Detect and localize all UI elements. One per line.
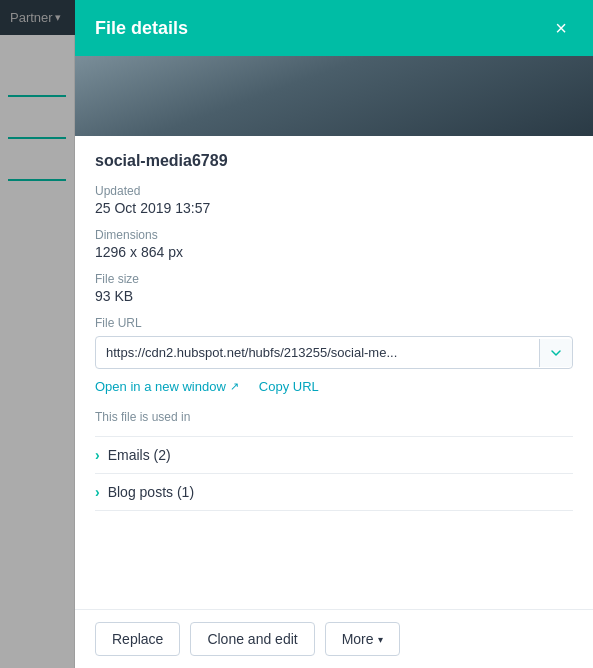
file-url-text: https://cdn2.hubspot.net/hubfs/213255/so… [96,337,539,368]
file-size-value: 93 KB [95,288,573,304]
usage-item-blogposts[interactable]: › Blog posts (1) [95,473,573,511]
external-link-icon: ↗ [230,380,239,393]
used-in-label: This file is used in [95,410,573,424]
modal-body: social-media6789 Updated 25 Oct 2019 13:… [75,56,593,609]
clone-and-edit-button[interactable]: Clone and edit [190,622,314,656]
file-url-field: https://cdn2.hubspot.net/hubfs/213255/so… [95,336,573,369]
url-dropdown-button[interactable] [539,339,572,367]
open-link-label: Open in a new window [95,379,226,394]
usage-item-emails[interactable]: › Emails (2) [95,436,573,473]
usage-blogposts-text: Blog posts (1) [108,484,194,500]
file-info-section: social-media6789 Updated 25 Oct 2019 13:… [75,136,593,527]
links-row: Open in a new window ↗ Copy URL [95,379,573,394]
chevron-right-icon-emails: › [95,447,100,463]
more-caret-icon: ▾ [378,634,383,645]
open-new-window-link[interactable]: Open in a new window ↗ [95,379,239,394]
modal-title: File details [95,18,188,39]
modal-close-button[interactable]: × [549,16,573,40]
copy-url-label: Copy URL [259,379,319,394]
updated-value: 25 Oct 2019 13:57 [95,200,573,216]
modal-header: File details × [75,0,593,56]
dimensions-value: 1296 x 864 px [95,244,573,260]
image-preview-inner [75,56,593,136]
dimensions-label: Dimensions [95,228,573,242]
file-details-modal: File details × social-media6789 Updated … [75,0,593,668]
copy-url-link[interactable]: Copy URL [259,379,319,394]
modal-footer: Replace Clone and edit More ▾ [75,609,593,668]
chevron-right-icon-blogposts: › [95,484,100,500]
more-label: More [342,631,374,647]
replace-button[interactable]: Replace [95,622,180,656]
updated-label: Updated [95,184,573,198]
image-preview [75,56,593,136]
chevron-down-icon [550,347,562,359]
file-name: social-media6789 [95,152,573,170]
more-button[interactable]: More ▾ [325,622,400,656]
file-size-label: File size [95,272,573,286]
usage-emails-text: Emails (2) [108,447,171,463]
file-url-label: File URL [95,316,573,330]
